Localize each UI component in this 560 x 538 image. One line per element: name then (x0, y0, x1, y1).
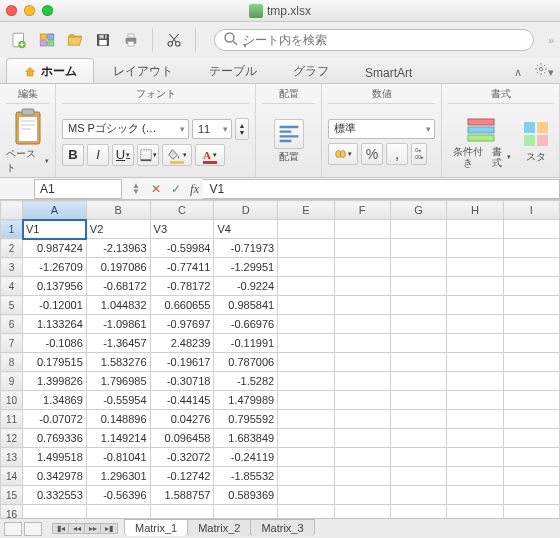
cell[interactable] (503, 467, 559, 486)
cell[interactable] (390, 239, 447, 258)
comma-button[interactable]: , (386, 143, 408, 165)
currency-button[interactable]: ▾ (328, 143, 358, 165)
cell[interactable] (278, 296, 334, 315)
cell[interactable]: 1.583276 (86, 353, 150, 372)
cell[interactable]: 0.342978 (23, 467, 87, 486)
cell[interactable] (447, 277, 503, 296)
cell[interactable] (447, 353, 503, 372)
templates-button[interactable] (34, 27, 60, 53)
row-header[interactable]: 9 (1, 372, 23, 391)
cell[interactable]: -0.81041 (86, 448, 150, 467)
cell[interactable] (447, 372, 503, 391)
cell[interactable] (503, 296, 559, 315)
cell[interactable] (278, 220, 334, 239)
cell[interactable] (334, 486, 390, 505)
row-header[interactable]: 4 (1, 277, 23, 296)
cell[interactable] (503, 486, 559, 505)
cell[interactable] (447, 334, 503, 353)
name-box[interactable]: A1 (34, 179, 122, 199)
cell[interactable] (334, 467, 390, 486)
cell[interactable] (447, 220, 503, 239)
tab-smartart[interactable]: SmartArt (348, 61, 429, 83)
cell[interactable] (334, 429, 390, 448)
cell[interactable]: -0.12001 (23, 296, 87, 315)
tab-layout[interactable]: レイアウト (96, 58, 190, 83)
font-color-button[interactable]: A▾ (195, 144, 225, 166)
row-header[interactable]: 8 (1, 353, 23, 372)
cell[interactable] (334, 220, 390, 239)
cell[interactable] (503, 277, 559, 296)
name-box-dropdown[interactable]: ▲▼ (126, 180, 146, 198)
cell[interactable]: -0.32072 (150, 448, 214, 467)
cell[interactable]: -0.19617 (150, 353, 214, 372)
select-all-corner[interactable] (1, 201, 23, 220)
cell[interactable] (447, 315, 503, 334)
fx-button[interactable]: fx (186, 181, 203, 197)
italic-button[interactable]: I (87, 144, 109, 166)
row-header[interactable]: 3 (1, 258, 23, 277)
cell[interactable]: 1.588757 (150, 486, 214, 505)
cell[interactable]: 0.795592 (214, 410, 278, 429)
cell[interactable]: -0.56396 (86, 486, 150, 505)
cell[interactable] (334, 448, 390, 467)
cell[interactable]: -1.85532 (214, 467, 278, 486)
sheet-tab[interactable]: Matrix_2 (187, 519, 251, 536)
cell[interactable]: -0.97697 (150, 315, 214, 334)
spreadsheet-grid[interactable]: ABCDEFGHI1V1V2V3V420.987424-2.13963-0.59… (0, 200, 560, 524)
cell[interactable] (334, 315, 390, 334)
cell[interactable]: 0.197086 (86, 258, 150, 277)
number-format-combo[interactable]: 標準 (328, 119, 435, 139)
column-header[interactable]: H (447, 201, 503, 220)
cell[interactable] (278, 486, 334, 505)
font-size-stepper[interactable]: ▲▼ (235, 118, 249, 140)
cell[interactable] (390, 448, 447, 467)
cell[interactable] (278, 258, 334, 277)
cell[interactable] (447, 448, 503, 467)
row-header[interactable]: 1 (1, 220, 23, 239)
sheet-tab[interactable]: Matrix_1 (124, 519, 188, 536)
tab-tables[interactable]: テーブル (192, 58, 274, 83)
new-workbook-button[interactable] (6, 27, 32, 53)
cell[interactable]: 0.985841 (214, 296, 278, 315)
cell[interactable]: 0.589369 (214, 486, 278, 505)
cell[interactable] (334, 372, 390, 391)
cell[interactable] (278, 467, 334, 486)
cell[interactable]: -0.12742 (150, 467, 214, 486)
cell[interactable]: 0.148896 (86, 410, 150, 429)
confirm-entry-button[interactable]: ✓ (166, 180, 186, 198)
cell[interactable] (334, 296, 390, 315)
cell[interactable]: -1.09861 (86, 315, 150, 334)
percent-button[interactable]: % (361, 143, 383, 165)
cell[interactable]: 0.332553 (23, 486, 87, 505)
tab-home[interactable]: ホーム (6, 58, 94, 83)
cell[interactable]: 1.044832 (86, 296, 150, 315)
cell[interactable]: -0.30718 (150, 372, 214, 391)
cell[interactable] (390, 315, 447, 334)
font-size-combo[interactable]: 11 (192, 119, 232, 139)
sheet-tab[interactable]: Matrix_3 (250, 519, 314, 536)
tab-charts[interactable]: グラフ (276, 58, 346, 83)
cell[interactable] (390, 372, 447, 391)
cell[interactable] (334, 334, 390, 353)
cell[interactable] (390, 429, 447, 448)
ribbon-options-button[interactable]: ▾ (528, 58, 560, 83)
cell[interactable]: 1.296301 (86, 467, 150, 486)
row-header[interactable]: 2 (1, 239, 23, 258)
cell[interactable]: 1.499518 (23, 448, 87, 467)
cell[interactable] (447, 258, 503, 277)
bold-button[interactable]: B (62, 144, 84, 166)
cell[interactable] (390, 258, 447, 277)
cell[interactable]: 1.796985 (86, 372, 150, 391)
cell[interactable]: -0.07072 (23, 410, 87, 429)
search-input[interactable] (214, 29, 534, 51)
cell[interactable]: -0.9224 (214, 277, 278, 296)
cell[interactable] (503, 220, 559, 239)
cell[interactable] (503, 258, 559, 277)
prev-sheet-button[interactable]: ◂◂ (69, 524, 85, 533)
cell[interactable]: -0.55954 (86, 391, 150, 410)
cell[interactable]: 0.787006 (214, 353, 278, 372)
collapse-ribbon-button[interactable]: ∧ (508, 62, 528, 83)
alignment-button[interactable] (274, 119, 304, 149)
cell[interactable]: -0.68172 (86, 277, 150, 296)
cut-button[interactable] (161, 27, 187, 53)
